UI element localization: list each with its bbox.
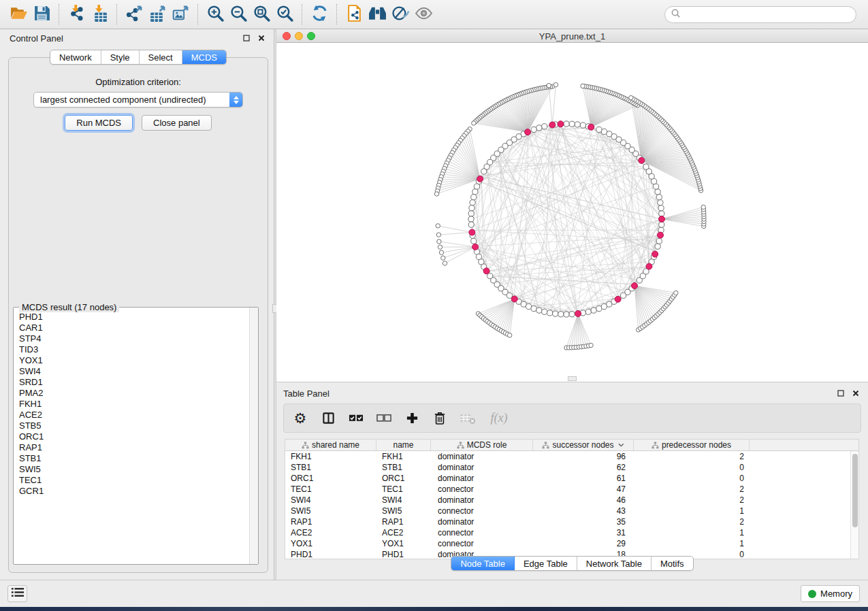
table-row[interactable]: FKH1FKH1dominator962 (285, 451, 858, 462)
memory-button[interactable]: Memory (801, 585, 860, 602)
table-cell: 47 (533, 484, 634, 494)
column-header-predecessor-nodes[interactable]: predecessor nodes (634, 440, 750, 450)
gear-icon: ⚙ (294, 411, 307, 425)
zoom-in-button[interactable] (204, 3, 227, 26)
table-cell: dominator (431, 495, 533, 505)
mcds-result-item[interactable]: GCR1 (14, 486, 249, 497)
mcds-result-item[interactable]: RAP1 (14, 442, 249, 453)
import-table-button[interactable] (88, 3, 111, 26)
mcds-result-item[interactable]: SWI4 (14, 366, 249, 377)
mcds-result-item[interactable]: PMA2 (14, 388, 249, 399)
find-button[interactable] (366, 3, 389, 26)
apply-layout-button[interactable] (308, 3, 331, 26)
level-of-detail-button[interactable] (412, 3, 435, 26)
table-row[interactable]: SWI4SWI4dominator462 (285, 495, 858, 506)
table-cell: 2 (634, 495, 750, 505)
table-cell: 0 (634, 474, 750, 483)
close-panel-icon[interactable] (256, 33, 267, 44)
tab-network[interactable]: Network (50, 50, 101, 64)
save-icon (33, 4, 51, 25)
search-box[interactable] (664, 6, 856, 23)
table-row[interactable]: YOX1YOX1connector291 (285, 538, 858, 549)
close-table-panel-icon[interactable] (850, 388, 861, 399)
mcds-tab-content: Optimization criterion: largest connecte… (8, 57, 268, 573)
table-row[interactable]: SWI5SWI5connector431 (285, 506, 858, 516)
tab-style[interactable]: Style (101, 50, 140, 64)
zoom-out-button[interactable] (227, 3, 250, 26)
hide-selected-button[interactable] (389, 3, 412, 26)
select-all-button[interactable] (348, 410, 364, 427)
binoculars-icon (368, 4, 387, 25)
table-cell: 1 (634, 528, 750, 538)
mcds-result-item[interactable]: ACE2 (14, 410, 249, 420)
column-header-successor-nodes[interactable]: successor nodes (533, 440, 634, 450)
tab-edge-table[interactable]: Edge Table (515, 557, 577, 570)
network-window-titlebar[interactable]: YPA_prune.txt_1 (276, 29, 868, 43)
clear-selection-button[interactable] (376, 410, 392, 427)
close-panel-button[interactable]: Close panel (142, 115, 212, 131)
select-stepper-icon (229, 93, 242, 107)
import-network-icon (67, 4, 86, 25)
zoom-fit-button[interactable] (250, 3, 273, 26)
tab-mcds[interactable]: MCDS (182, 50, 226, 64)
table-row[interactable]: STB1STB1dominator620 (285, 462, 858, 473)
table-cell: ORC1 (285, 474, 376, 483)
show-panels-button[interactable] (7, 585, 27, 602)
network-view-canvas[interactable] (276, 43, 868, 382)
table-cell: ACE2 (285, 528, 376, 538)
mcds-result-item[interactable]: FKH1 (14, 399, 249, 410)
delete-column-button[interactable] (432, 410, 448, 427)
tab-node-table[interactable]: Node Table (451, 557, 515, 570)
show-columns-button[interactable] (320, 410, 336, 427)
float-panel-icon[interactable] (241, 33, 252, 44)
export-image-button[interactable] (169, 3, 192, 26)
criterion-select[interactable]: largest connected component (undirected) (33, 92, 243, 108)
table-cell: 31 (533, 528, 634, 538)
canvas-splitter-handle[interactable] (568, 376, 577, 381)
table-row[interactable]: ACE2ACE2connector311 (285, 527, 858, 538)
control-panel: Control Panel NetworkStyleSelectMCDS Opt… (3, 29, 274, 580)
hide-icon (391, 4, 410, 25)
zoom-selected-button[interactable] (273, 3, 296, 26)
run-mcds-button[interactable]: Run MCDS (65, 115, 133, 131)
export-image-icon (172, 4, 190, 25)
import-network-button[interactable] (65, 3, 88, 26)
mcds-result-item[interactable]: STP4 (14, 333, 249, 344)
mcds-result-item[interactable]: YOX1 (14, 355, 249, 366)
mcds-result-scrollbar[interactable] (249, 308, 258, 564)
mcds-result-item[interactable]: STB5 (14, 420, 249, 431)
search-input[interactable] (684, 10, 850, 20)
column-header-shared-name[interactable]: shared name (285, 440, 376, 450)
table-row[interactable]: RAP1RAP1dominator352 (285, 516, 858, 527)
table-row[interactable]: ORC1ORC1dominator610 (285, 473, 858, 484)
tab-motifs[interactable]: Motifs (652, 557, 693, 570)
table-row[interactable]: TEC1TEC1connector472 (285, 484, 858, 495)
mcds-result-item[interactable]: PHD1 (14, 312, 249, 323)
table-cell: TEC1 (376, 484, 431, 494)
tab-select[interactable]: Select (140, 50, 182, 64)
table-scrollbar[interactable] (850, 451, 858, 559)
table-cell: ACE2 (376, 528, 431, 538)
save-session-button[interactable] (30, 3, 53, 26)
column-header-name[interactable]: name (376, 440, 431, 450)
tab-network-table[interactable]: Network Table (577, 557, 652, 570)
mcds-result-item[interactable]: TID3 (14, 344, 249, 355)
add-column-button[interactable] (404, 410, 420, 427)
export-network-button[interactable] (123, 3, 146, 26)
open-session-button[interactable] (7, 3, 30, 26)
export-table-button[interactable] (146, 3, 169, 26)
toolbar-separator (116, 4, 117, 24)
mcds-result-item[interactable]: TEC1 (14, 475, 249, 486)
mcds-result-item[interactable]: SWI5 (14, 464, 249, 475)
list-icon (11, 587, 25, 600)
table-settings-button[interactable]: ⚙ (292, 410, 308, 427)
mcds-result-item[interactable]: STB1 (14, 453, 249, 464)
optimization-criterion-label: Optimization criterion: (9, 77, 268, 87)
mcds-result-item[interactable]: SRD1 (14, 377, 249, 388)
float-table-panel-icon[interactable] (835, 388, 846, 399)
new-network-from-selection-button[interactable] (342, 3, 366, 26)
mcds-result-item[interactable]: ORC1 (14, 431, 249, 442)
mcds-result-item[interactable]: CAR1 (14, 323, 249, 333)
table-cell: connector (431, 506, 533, 516)
column-header-MCDS-role[interactable]: MCDS role (431, 440, 533, 450)
